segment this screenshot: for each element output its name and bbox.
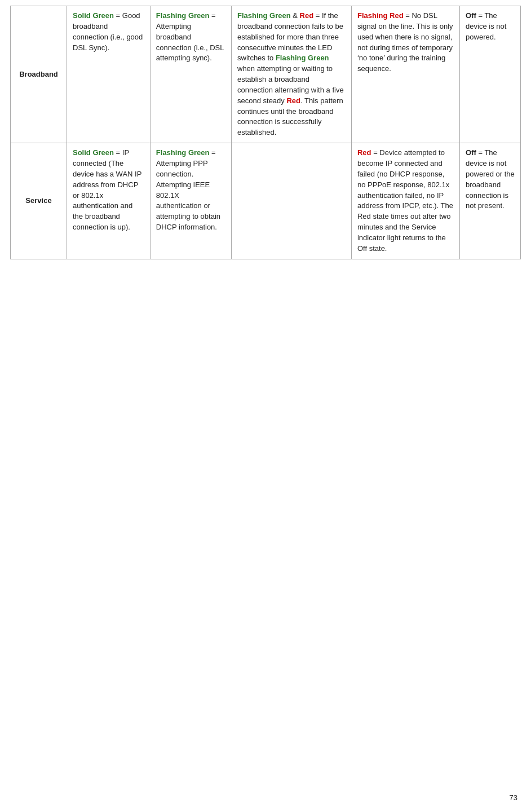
row-label-broadband: Broadband: [11, 6, 67, 143]
broadband-flashing-green-red-cell: Flashing Green & Red = If the broadband …: [232, 6, 352, 143]
service-empty-cell: [232, 143, 352, 259]
service-red-text: = Device attempted to become IP connecte…: [357, 148, 453, 253]
service-solid-green-cell: Solid Green = IP connected (The device h…: [67, 143, 151, 259]
table-row: Service Solid Green = IP connected (The …: [11, 143, 521, 259]
flash-green-red-connector: &: [291, 11, 300, 20]
service-flash-green-text: = Attempting PPP connection. Attempting …: [156, 148, 220, 231]
broadband-flashing-red-cell: Flashing Red = No DSL signal on the line…: [351, 6, 459, 143]
off-text-service: = The device is not powered or the broad…: [466, 148, 515, 210]
service-red-label: Red: [357, 148, 371, 157]
service-flash-green-label: Flashing Green: [156, 148, 210, 157]
flash-green-red-label2: Red: [300, 11, 314, 20]
service-red-cell: Red = Device attempted to become IP conn…: [351, 143, 459, 259]
flash-green-red-label1: Flashing Green: [237, 11, 291, 20]
table-row: Broadband Solid Green = Good broadband c…: [11, 6, 521, 143]
row-label-text: Broadband: [19, 70, 58, 78]
service-flashing-green-cell: Flashing Green = Attempting PPP connecti…: [150, 143, 231, 259]
broadband-flashing-green-cell: Flashing Green = Attempting broadband co…: [150, 6, 231, 143]
flash-red-text: = No DSL signal on the line. This is onl…: [357, 11, 453, 73]
page-number: 73: [510, 793, 517, 802]
solid-green-label: Solid Green: [73, 11, 114, 20]
service-solid-green-label: Solid Green: [73, 148, 114, 157]
row-label-service: Service: [11, 143, 67, 259]
service-off-cell: Off = The device is not powered or the b…: [460, 143, 521, 259]
led-status-table: Broadband Solid Green = Good broadband c…: [10, 6, 521, 259]
flash-green-red-label3: Flashing Green: [276, 54, 329, 62]
broadband-solid-green-cell: Solid Green = Good broadband connection …: [67, 6, 151, 143]
off-label-broadband: Off: [466, 11, 476, 20]
page-wrapper: Broadband Solid Green = Good broadband c…: [0, 0, 531, 304]
broadband-off-cell: Off = The device is not powered.: [460, 6, 521, 143]
row-label-service-text: Service: [25, 196, 51, 205]
flash-red-label: Flashing Red: [357, 11, 404, 20]
service-solid-green-text: = IP connected (The device has a WAN IP …: [73, 148, 141, 231]
flash-green-label: Flashing Green: [156, 11, 210, 20]
off-label-service: Off: [466, 148, 476, 157]
flash-green-red-label4: Red: [286, 96, 300, 105]
